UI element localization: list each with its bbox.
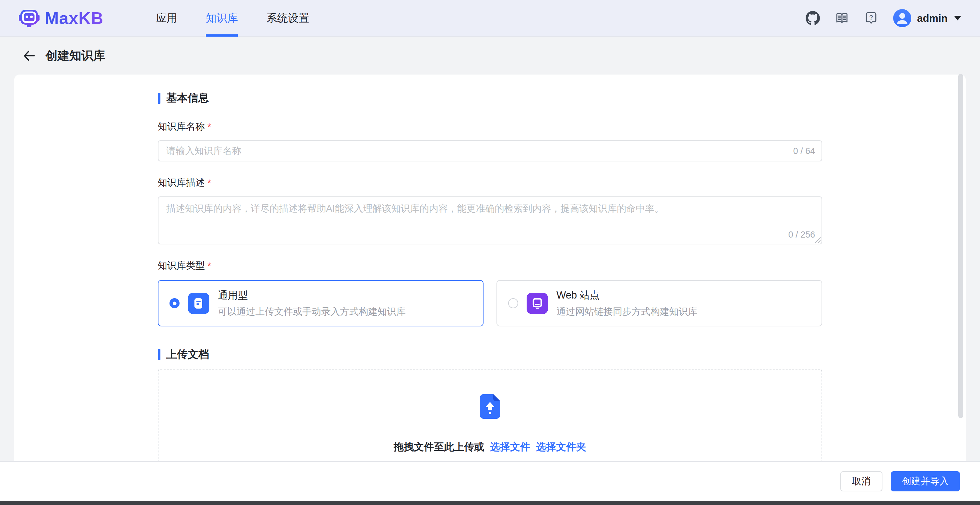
tab-applications[interactable]: 应用 — [142, 0, 191, 37]
chevron-down-icon — [954, 16, 961, 21]
kb-type-options: 通用型 可以通过上传文件或手动录入方式构建知识库 Web 站点 通过网站链接同步… — [158, 280, 822, 327]
bottom-dark-strip — [0, 501, 980, 505]
monitor-icon — [527, 293, 548, 314]
create-kb-form-card: 基本信息 知识库名称 * 0 / 64 知识库描述 * 0 / 256 知识库类… — [14, 75, 966, 462]
svg-text:?: ? — [869, 14, 873, 21]
maxkb-robot-icon — [19, 7, 40, 29]
create-and-import-button[interactable]: 创建并导入 — [891, 471, 960, 491]
file-dropzone[interactable]: 拖拽文件至此上传或 选择文件 选择文件夹 支持格式：TXT、Markdown、P… — [158, 369, 822, 462]
upload-file-icon — [480, 394, 500, 420]
select-file-link[interactable]: 选择文件 — [490, 440, 530, 454]
radio-general-checked-icon[interactable] — [170, 298, 180, 308]
cancel-button[interactable]: 取消 — [840, 471, 883, 491]
type-web-desc: 通过网站链接同步方式构建知识库 — [557, 305, 697, 318]
maxkb-logo[interactable]: MaxKB — [19, 7, 103, 29]
select-folder-link[interactable]: 选择文件夹 — [536, 440, 586, 454]
type-option-web[interactable]: Web 站点 通过网站链接同步方式构建知识库 — [496, 280, 822, 327]
tab-knowledge-base[interactable]: 知识库 — [191, 0, 252, 37]
document-icon — [188, 293, 209, 314]
page-title: 创建知识库 — [45, 48, 105, 64]
kb-description-textarea[interactable] — [158, 196, 822, 244]
kb-description-label: 知识库描述 * — [158, 176, 822, 189]
scrollbar-thumb[interactable] — [958, 74, 963, 418]
drag-upload-text: 拖拽文件至此上传或 — [394, 440, 484, 454]
top-navbar: MaxKB 应用 知识库 系统设置 — [0, 0, 980, 37]
required-asterisk: * — [207, 121, 211, 132]
required-asterisk: * — [207, 261, 211, 271]
type-general-title: 通用型 — [218, 288, 406, 302]
section-accent-bar — [158, 93, 161, 104]
user-name: admin — [917, 12, 948, 24]
radio-web-unchecked-icon[interactable] — [508, 298, 518, 308]
user-avatar-icon — [893, 9, 911, 27]
logo-text: MaxKB — [45, 8, 103, 28]
help-icon[interactable]: ? — [864, 11, 878, 25]
form-footer: 取消 创建并导入 — [0, 461, 980, 501]
back-arrow-button[interactable] — [21, 47, 38, 64]
docs-book-icon[interactable] — [835, 11, 849, 25]
type-web-title: Web 站点 — [557, 288, 697, 302]
kb-type-label: 知识库类型 * — [158, 259, 822, 272]
github-icon[interactable] — [806, 11, 820, 25]
tab-system-settings[interactable]: 系统设置 — [252, 0, 323, 37]
type-general-desc: 可以通过上传文件或手动录入方式构建知识库 — [218, 305, 406, 318]
user-menu[interactable]: admin — [893, 9, 961, 27]
section-accent-bar — [158, 349, 161, 360]
navbar-right: ? admin — [806, 9, 961, 27]
kb-name-input[interactable] — [158, 140, 822, 161]
type-option-general[interactable]: 通用型 可以通过上传文件或手动录入方式构建知识库 — [158, 280, 484, 327]
section-upload-docs: 上传文档 — [158, 347, 822, 362]
page-header: 创建知识库 — [0, 37, 980, 75]
section-basic-info: 基本信息 — [158, 91, 822, 105]
kb-name-label: 知识库名称 * — [158, 120, 822, 133]
main-nav-tabs: 应用 知识库 系统设置 — [142, 0, 323, 37]
required-asterisk: * — [207, 178, 211, 188]
